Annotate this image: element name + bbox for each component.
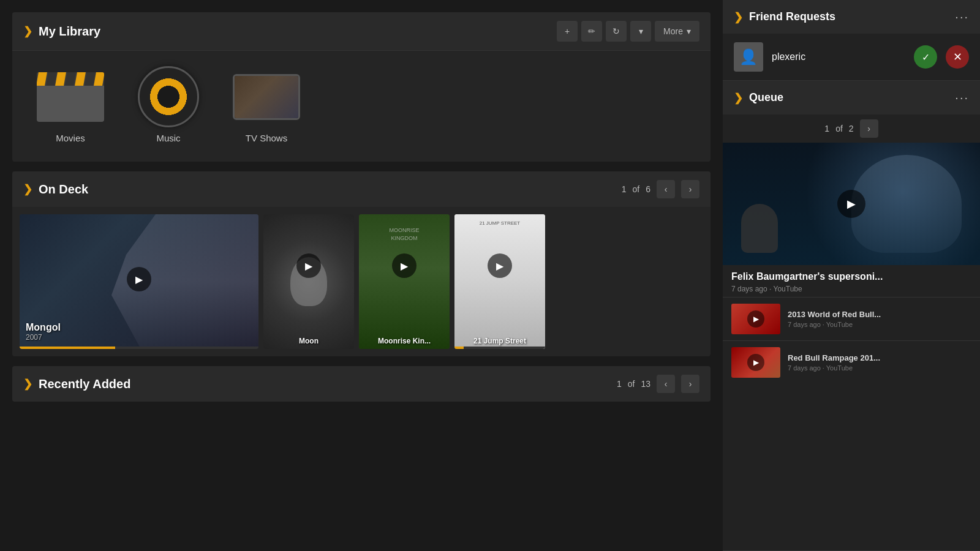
- ondeck-card-moon[interactable]: ▶ Moon: [263, 214, 354, 349]
- more-button[interactable]: More ▾: [655, 21, 699, 42]
- jumpstreet-card-info: 21 Jump Street: [459, 337, 540, 345]
- tv-screen: [235, 76, 298, 118]
- friend-requests-section: ❯ Friend Requests ··· 👤 plexeric ✓ ✕: [723, 0, 980, 81]
- friend-title-text: Friend Requests: [749, 10, 835, 23]
- queue-pagination: 1 of 2 ›: [723, 114, 980, 143]
- moon-title: Moon: [268, 337, 349, 345]
- recently-next-button[interactable]: ›: [681, 375, 699, 393]
- refresh-button[interactable]: ↻: [606, 21, 627, 42]
- tv-icon-container: [227, 69, 306, 124]
- friend-request-item: 👤 plexeric ✓ ✕: [723, 34, 980, 80]
- movies-label: Movies: [56, 133, 85, 143]
- friend-chevron-icon: ❯: [734, 10, 743, 24]
- friend-avatar: 👤: [734, 42, 763, 72]
- library-item-movies[interactable]: Movies: [31, 69, 110, 143]
- queue-main-meta: 7 days ago · YouTube: [731, 285, 971, 293]
- queue-small-play-1: ▶: [747, 354, 764, 371]
- queue-title: ❯ Queue: [734, 91, 955, 105]
- friend-name: plexeric: [772, 51, 905, 62]
- queue-item-title-1: Red Bull Rampage 201...: [788, 353, 971, 362]
- more-label: More: [663, 26, 683, 36]
- library-item-tv[interactable]: TV Shows: [227, 69, 306, 143]
- recently-pagination: 1 of 13 ‹ ›: [617, 375, 699, 393]
- queue-chevron-icon: ❯: [734, 91, 743, 105]
- queue-item-0[interactable]: ▶ 2013 World of Red Bull... 7 days ago ·…: [723, 297, 980, 340]
- tv-icon: [233, 74, 300, 120]
- friend-requests-menu-button[interactable]: ···: [955, 10, 969, 24]
- queue-header: ❯ Queue ···: [723, 81, 980, 114]
- movies-icon-container: [31, 69, 110, 124]
- queue-menu-button[interactable]: ···: [955, 91, 969, 105]
- library-item-music[interactable]: Music: [129, 69, 208, 143]
- library-content: Movies Music TV Shows: [12, 51, 710, 162]
- queue-item-title-0: 2013 World of Red Bull...: [788, 310, 971, 319]
- mongol-progress-bar-bg: [20, 347, 258, 349]
- moonrise-title: Moonrise Kin...: [364, 337, 445, 345]
- ondeck-title: ❯ On Deck: [23, 182, 622, 197]
- queue-main-item[interactable]: ▶: [723, 143, 980, 265]
- ondeck-next-button[interactable]: ›: [681, 180, 699, 198]
- mongol-card-info: Mongol 2007: [26, 322, 252, 342]
- astronaut-icon: [741, 204, 778, 253]
- mongol-title: Mongol: [26, 322, 252, 333]
- ondeck-card-jumpstreet[interactable]: 21 JUMP STREET ▶ 21 Jump Street: [454, 214, 545, 349]
- left-panel: ❯ My Library + ✏ ↻ ▾ More ▾: [0, 0, 723, 551]
- add-button[interactable]: +: [557, 21, 578, 42]
- moon-card-info: Moon: [268, 337, 349, 345]
- jumpstreet-title: 21 Jump Street: [459, 337, 540, 345]
- music-label: Music: [156, 133, 180, 143]
- earth-visual: [851, 155, 962, 253]
- library-title: ❯ My Library: [23, 24, 557, 39]
- queue-item-meta-0: 7 days ago · YouTube: [788, 321, 971, 328]
- queue-page-current: 1: [824, 124, 829, 133]
- recently-prev-button[interactable]: ‹: [657, 375, 675, 393]
- ondeck-content: ▶ Mongol 2007 ▶ Moon: [12, 207, 710, 356]
- friend-requests-header: ❯ Friend Requests ···: [723, 0, 980, 34]
- music-icon-container: [129, 69, 208, 124]
- queue-main-play-icon[interactable]: ▶: [837, 190, 865, 218]
- moonrise-play-icon[interactable]: ▶: [392, 253, 417, 278]
- edit-button[interactable]: ✏: [581, 21, 602, 42]
- queue-page-of: of: [835, 124, 843, 133]
- recently-added-title: ❯ Recently Added: [23, 377, 617, 391]
- mongol-year: 2007: [26, 333, 252, 342]
- music-disc-icon: [138, 66, 199, 127]
- moon-play-icon[interactable]: ▶: [296, 253, 321, 278]
- moon-bg: [263, 214, 354, 349]
- recently-page-total: 13: [641, 379, 650, 389]
- library-title-text: My Library: [39, 24, 100, 39]
- queue-item-info-0: 2013 World of Red Bull... 7 days ago · Y…: [788, 310, 971, 328]
- ondeck-card-mongol[interactable]: ▶ Mongol 2007: [20, 214, 258, 349]
- ondeck-section: ❯ On Deck 1 of 6 ‹ › ▶: [12, 171, 710, 356]
- mongol-play-icon[interactable]: ▶: [127, 267, 151, 291]
- ondeck-card-moonrise[interactable]: MOONRISEKINGDOM ▶ Moonrise Kin...: [359, 214, 450, 349]
- decline-friend-button[interactable]: ✕: [946, 45, 969, 69]
- recently-page-of: of: [628, 379, 635, 389]
- queue-next-button[interactable]: ›: [860, 119, 878, 138]
- queue-small-play-0: ▶: [747, 310, 764, 328]
- friend-requests-title: ❯ Friend Requests: [734, 10, 955, 24]
- right-panel: ❯ Friend Requests ··· 👤 plexeric ✓ ✕ ❯ Q…: [723, 0, 980, 551]
- jumpstreet-play-icon[interactable]: ▶: [488, 253, 512, 278]
- queue-thumb-0: ▶: [731, 304, 780, 334]
- accept-friend-button[interactable]: ✓: [914, 45, 937, 69]
- library-section: ❯ My Library + ✏ ↻ ▾ More ▾: [12, 12, 710, 162]
- tv-label: TV Shows: [246, 133, 287, 143]
- queue-item-info-1: Red Bull Rampage 201... 7 days ago · You…: [788, 353, 971, 372]
- recently-page-current: 1: [617, 379, 622, 389]
- queue-main-title: Felix Baumgartner's supersoni...: [731, 271, 971, 282]
- ondeck-prev-button[interactable]: ‹: [657, 180, 675, 198]
- moonrise-card-info: Moonrise Kin...: [364, 337, 445, 345]
- queue-item-1[interactable]: ▶ Red Bull Rampage 201... 7 days ago · Y…: [723, 340, 980, 384]
- recently-added-header: ❯ Recently Added 1 of 13 ‹ ›: [12, 366, 710, 402]
- jumpstreet-bg: 21 JUMP STREET: [454, 214, 545, 349]
- recently-title-text: Recently Added: [39, 377, 130, 391]
- dropdown-button[interactable]: ▾: [630, 21, 651, 42]
- queue-title-text: Queue: [749, 91, 783, 104]
- library-controls: + ✏ ↻ ▾ More ▾: [557, 21, 699, 42]
- ondeck-page-of: of: [633, 184, 640, 194]
- mongol-progress-bar: [20, 347, 115, 349]
- jumpstreet-progress-bg: [454, 347, 545, 349]
- ondeck-page-current: 1: [622, 184, 627, 194]
- library-chevron-icon: ❯: [23, 24, 32, 38]
